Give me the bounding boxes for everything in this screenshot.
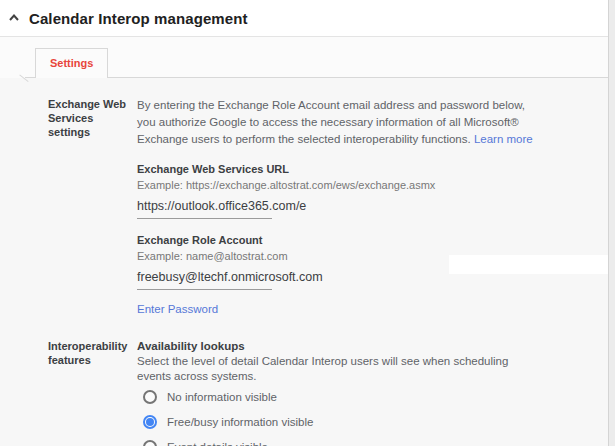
tab-baseline bbox=[25, 77, 615, 78]
learn-more-link[interactable]: Learn more bbox=[474, 133, 533, 145]
radio-button-icon[interactable] bbox=[143, 390, 157, 404]
ews-settings-row: Exchange Web Services settings By enteri… bbox=[0, 97, 615, 317]
radio-free-busy[interactable]: Free/busy information visible bbox=[137, 409, 542, 434]
interop-section-label: Interoperability features bbox=[48, 339, 137, 367]
role-account-input[interactable]: freebusy@ltechf.onmicrosoft.com bbox=[137, 270, 272, 290]
ews-section-label: Exchange Web Services settings bbox=[48, 97, 137, 139]
role-account-label: Exchange Role Account bbox=[137, 233, 542, 247]
section-header: Calendar Interop management bbox=[0, 0, 615, 37]
radio-button-icon[interactable] bbox=[143, 440, 157, 446]
interop-features-row: Interoperability features Availability l… bbox=[0, 339, 615, 446]
page-title: Calendar Interop management bbox=[29, 10, 248, 27]
radio-event-details[interactable]: Event details visible bbox=[137, 434, 542, 446]
enter-password-link[interactable]: Enter Password bbox=[137, 303, 218, 315]
radio-no-information[interactable]: No information visible bbox=[137, 384, 542, 409]
ews-url-example: Example: https://exchange.altostrat.com/… bbox=[137, 178, 542, 192]
availability-lookups-description: Select the level of detail Calendar Inte… bbox=[137, 354, 542, 384]
collapse-chevron-icon[interactable] bbox=[8, 12, 20, 24]
tab-bar: Settings bbox=[0, 37, 615, 78]
tab-settings[interactable]: Settings bbox=[35, 48, 108, 78]
ews-description: By entering the Exchange Role Account em… bbox=[137, 97, 542, 148]
redaction-overlay bbox=[449, 255, 608, 274]
ews-url-label: Exchange Web Services URL bbox=[137, 162, 542, 176]
availability-lookups-title: Availability lookups bbox=[137, 339, 542, 354]
ews-url-field-group: Exchange Web Services URL Example: https… bbox=[137, 162, 542, 219]
ews-url-input[interactable]: https://outlook.office365.com/e bbox=[137, 199, 272, 219]
radio-button-icon[interactable] bbox=[143, 415, 157, 429]
scrollbar[interactable] bbox=[608, 0, 615, 446]
